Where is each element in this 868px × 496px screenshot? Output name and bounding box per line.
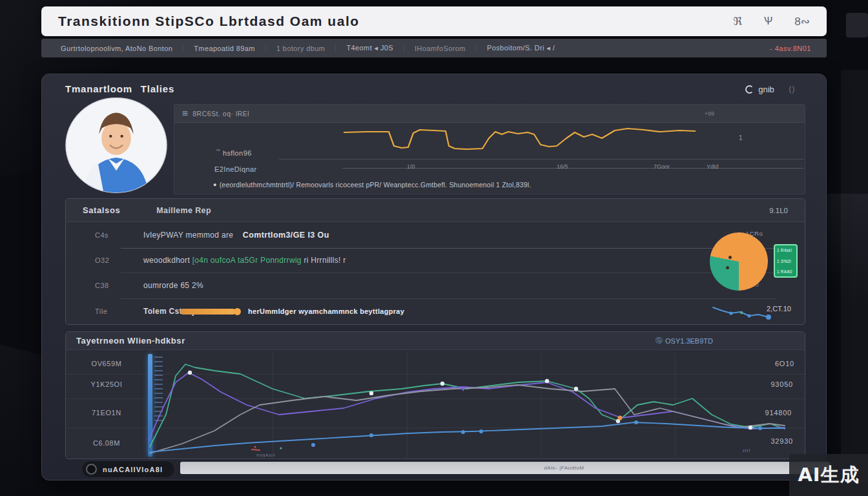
pie-dot (726, 266, 729, 269)
card-actions: gnib ⟨⟩ (745, 85, 795, 94)
legend-item-2: 1 RAA0 (777, 269, 794, 274)
nav-change-value: - 4asv.8N01 (770, 45, 818, 52)
nav-item-5[interactable]: Posboitom/S. Dri ◂ / (476, 44, 565, 52)
tm-icon: ™ (216, 149, 220, 153)
overview-counter: +99 (705, 110, 714, 117)
y-label-2: 71EO1N (71, 409, 142, 417)
footer-chip-label: nuACAlIVIoA8l (103, 466, 163, 473)
table-row[interactable]: C38 oumrorde 65 2% (66, 274, 712, 297)
card-title: Tmanartloom Tlalies (65, 83, 174, 94)
refresh-button[interactable]: gnib (745, 85, 774, 94)
timeseries-chart (149, 351, 804, 459)
row2-key: O32 (95, 256, 109, 264)
timeseries-panel: Tayetrneon Wlien-hdkbsr Ⓖ OSY1.3EB9TD OV… (65, 331, 805, 459)
pie-legend: 1 R4sk! 1 3!N2i 1 RAA0 (774, 244, 798, 278)
app-screen: Transkitionn StipSCo Lbrtdasd Oam ualo ℜ… (0, 0, 868, 496)
pie-dot (728, 256, 732, 259)
stats-header-value: 9.1L0 (769, 207, 788, 214)
refresh-icon (745, 85, 754, 94)
overview-toolbar: ⊞ 8RC6St. oq· lREl +99 (174, 105, 805, 123)
stats-pie-chart (710, 232, 768, 291)
y-label-3: C6.08M (71, 439, 142, 447)
globe-icon: Ⓖ (656, 336, 663, 346)
row4-key: Tile (95, 307, 107, 315)
row4-right-value: 2,CT.10 (767, 305, 791, 313)
row-sparkline-chart (712, 302, 771, 322)
stats-panel: Satalsos Mailleme Rep 9.1L0 C4s IvIeyPWA… (65, 198, 805, 325)
main-card: Tmanartloom Tlalies gnib ⟨⟩ (41, 74, 827, 480)
bg-right-wedge (827, 194, 868, 342)
corner-block (846, 13, 868, 37)
grid-icon: ⊞ (182, 109, 188, 118)
stats-header: Satalsos Mailleme Rep 9.1L0 (66, 199, 805, 222)
row-divider (121, 273, 777, 273)
row2-green-link[interactable]: [o4n oufcoA ta5Gr Ponndrrwig (192, 256, 302, 265)
progress-dot (234, 308, 241, 315)
table-row[interactable]: Tile Tolem Cstxny herUmmIdger wyamchammn… (66, 300, 712, 324)
share-link-icon[interactable]: 8∾ (794, 15, 810, 28)
ai-watermark: AI生成 (789, 454, 868, 496)
legend-item-1: 1 3!N2i (777, 259, 794, 264)
nav-item-3[interactable]: T4eomt ◂ J0S (335, 44, 404, 52)
chart-tiny-note: ılı! (743, 448, 750, 453)
record-icon (86, 464, 97, 475)
avatar (65, 98, 167, 193)
row3-text: oumrorde 65 2% (143, 281, 203, 290)
app-title: Transkitionn StipSCo Lbrtdasd Oam ualo (58, 14, 360, 29)
overview-sparkline-chart (344, 124, 696, 150)
overview-note-text: (eeordleluthmchmtntrtl)/ Remoovarls rico… (220, 181, 532, 189)
row-divider (121, 298, 777, 299)
y-label-1: Y1K25OI (71, 380, 142, 388)
nav-item-4[interactable]: IHoamfoSorom (404, 45, 476, 52)
footer-chip[interactable]: nuACAlIVIoA8l (81, 460, 175, 478)
progress-bar (180, 309, 236, 315)
row3-key: C38 (95, 282, 109, 289)
overview-marker: 1 (739, 134, 743, 141)
ornament-badge-icon[interactable]: ℜ (733, 15, 742, 28)
row1-text-strong: Comtrtlom3/GE I3 Ou (243, 231, 329, 240)
overview-meta: 8RC6St. oq· lREl (192, 110, 249, 118)
x-tick-2: 7Goor (654, 163, 670, 170)
bullet-icon: ● (213, 181, 217, 189)
table-row[interactable]: C4s IvIeyPWAY memmod are Comtrtlom3/GE I… (66, 225, 712, 247)
nav-item-0[interactable]: Gurtrtolopnoolivm, AtoNo Bonton (50, 45, 183, 52)
overview-rule-a (279, 159, 803, 160)
footer-scrollbar[interactable]: dAtv- |FAudtoM (180, 462, 830, 474)
ornament-seal-icon[interactable]: Ѱ (764, 15, 773, 28)
stats-title: Satalsos (83, 205, 120, 215)
x-tick-0: 1/0 (407, 163, 415, 170)
window-header: Transkitionn StipSCo Lbrtdasd Oam ualo ℜ… (41, 6, 827, 36)
timeseries-value: Ⓖ OSY1.3EB9TD (656, 336, 713, 346)
legend-item-0: 1 R4sk! (777, 248, 794, 253)
stats-subtitle: Mailleme Rep (156, 206, 211, 215)
x-tick-1: 16/5 (557, 163, 568, 170)
row-divider (121, 248, 777, 249)
overview-series1-label: ™ hsflon96 (216, 149, 252, 157)
timeseries-header: Tayetrneon Wlien-hdkbsr Ⓖ OSY1.3EB9TD (66, 332, 805, 350)
header-icon-group: ℜ Ѱ 8∾ (733, 15, 810, 28)
row4-note: herUmmIdger wyamchammnck beyttlagpray (248, 307, 404, 315)
nav-bar: Gurtrtolopnoolivm, AtoNo Bonton Tmeapoat… (41, 39, 827, 57)
overview-note: ● (eeordleluthmchmtntrtl)/ Remoovarls ri… (213, 181, 781, 189)
overview-series2-label: E2IneDiqnar (214, 165, 257, 173)
footer-bar-note: dAtv- |FAudtoM (544, 465, 584, 471)
overview-panel: ⊞ 8RC6St. oq· lREl +99 ™ hsflon96 E2IneD… (174, 104, 805, 194)
x-tick-3: Ydtd (707, 163, 719, 170)
table-row[interactable]: O32 weoodkdhort [o4n oufcoA ta5Gr Ponndr… (66, 249, 712, 271)
row2-text: weoodkdhort [o4n oufcoA ta5Gr Ponndrrwig… (143, 256, 346, 265)
chart-axis-note: noykuv (256, 452, 276, 458)
timeseries-title: Tayetrneon Wlien-hdkbsr (76, 336, 185, 346)
row1-key: C4s (95, 231, 108, 239)
nav-item-2[interactable]: 1 botory dbum (265, 45, 336, 52)
nav-item-1[interactable]: Tmeapoatid 89am (183, 45, 265, 52)
row1-text: IvIeyPWAY memmod are Comtrtlom3/GE I3 Ou (143, 231, 329, 240)
refresh-label: gnib (758, 85, 774, 94)
code-icon[interactable]: ⟨⟩ (789, 85, 795, 94)
y-label-0: OV659M (71, 360, 142, 367)
